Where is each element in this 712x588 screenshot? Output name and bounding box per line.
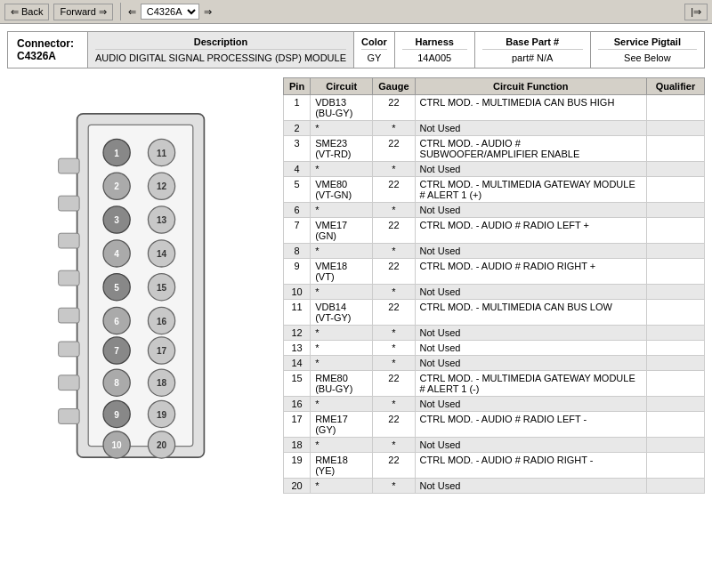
- circuit-cell: *: [311, 121, 373, 136]
- circuit-cell: *: [311, 356, 373, 371]
- svg-text:5: 5: [114, 283, 119, 293]
- svg-text:15: 15: [157, 283, 167, 293]
- forward-button[interactable]: Forward ⇒: [53, 4, 112, 20]
- nav-arrow-right-icon: ⇒: [204, 6, 212, 18]
- main-content: Connector: C4326A Description AUDIO DIGI…: [0, 24, 712, 501]
- pin-cell: 17: [284, 412, 311, 438]
- function-cell: CTRL MOD. - MULTIMEDIA CAN BUS LOW: [415, 300, 646, 326]
- function-cell: CTRL MOD. - MULTIMEDIA GATEWAY MODULE # …: [415, 177, 646, 203]
- svg-text:19: 19: [157, 410, 167, 420]
- qualifier-cell: [646, 438, 704, 453]
- svg-rect-9: [59, 409, 80, 424]
- table-row: 4**Not Used: [284, 162, 705, 177]
- pin-cell: 12: [284, 326, 311, 341]
- pin-cell: 19: [284, 453, 311, 479]
- connector-select[interactable]: C4326A: [141, 4, 199, 20]
- table-row: 18**Not Used: [284, 438, 705, 453]
- function-cell: CTRL MOD. - AUDIO # SUBWOOFER/AMPLIFIER …: [415, 136, 646, 162]
- svg-text:13: 13: [157, 215, 167, 225]
- toolbar: ⇐ Back Forward ⇒ ⇐ C4326A ⇒ |⇒: [0, 0, 712, 24]
- svg-text:7: 7: [114, 346, 119, 356]
- pin-cell: 2: [284, 121, 311, 136]
- table-row: 20**Not Used: [284, 479, 705, 494]
- pin-cell: 18: [284, 438, 311, 453]
- connector-cell: Connector: C4326A: [8, 32, 88, 68]
- gauge-cell: *: [373, 121, 415, 136]
- qualifier-cell: [646, 95, 704, 121]
- svg-rect-4: [59, 233, 80, 248]
- description-cell: Description AUDIO DIGITAL SIGNAL PROCESS…: [88, 32, 354, 68]
- table-row: 19RME18 (YE)22CTRL MOD. - AUDIO # RADIO …: [284, 453, 705, 479]
- qualifier-cell: [646, 479, 704, 494]
- connector-svg: 1 11 2 12 3 13 4: [20, 99, 261, 472]
- svg-text:2: 2: [114, 181, 119, 191]
- gauge-cell: *: [373, 397, 415, 412]
- function-cell: CTRL MOD. - AUDIO # RADIO LEFT +: [415, 218, 646, 244]
- toolbar-divider: [120, 3, 121, 20]
- svg-text:18: 18: [157, 378, 167, 388]
- table-row: 10**Not Used: [284, 285, 705, 300]
- service-pigtail-value: See Below: [598, 52, 697, 63]
- gauge-cell: *: [373, 203, 415, 218]
- pin-cell: 13: [284, 341, 311, 356]
- pin-cell: 9: [284, 259, 311, 285]
- service-pigtail-header: Service Pigtail: [598, 36, 697, 50]
- col-header-function: Circuit Function: [415, 78, 646, 95]
- function-cell: Not Used: [415, 356, 646, 371]
- table-row: 3SME23 (VT-RD)22CTRL MOD. - AUDIO # SUBW…: [284, 136, 705, 162]
- function-cell: Not Used: [415, 121, 646, 136]
- back-arrow-icon: ⇐: [11, 6, 19, 18]
- table-row: 17RME17 (GY)22CTRL MOD. - AUDIO # RADIO …: [284, 412, 705, 438]
- svg-text:1: 1: [114, 149, 119, 158]
- qualifier-cell: [646, 453, 704, 479]
- table-row: 14**Not Used: [284, 356, 705, 371]
- circuit-cell: VDB13 (BU-GY): [311, 95, 373, 121]
- circuit-cell: RME18 (YE): [311, 453, 373, 479]
- svg-rect-2: [59, 158, 80, 173]
- pin-cell: 7: [284, 218, 311, 244]
- harness-value: 14A005: [402, 52, 467, 63]
- function-cell: CTRL MOD. - MULTIMEDIA GATEWAY MODULE # …: [415, 371, 646, 397]
- svg-text:20: 20: [157, 440, 167, 450]
- pin-cell: 10: [284, 285, 311, 300]
- circuit-cell: VME17 (GN): [311, 218, 373, 244]
- function-cell: Not Used: [415, 438, 646, 453]
- function-cell: Not Used: [415, 479, 646, 494]
- qualifier-cell: [646, 259, 704, 285]
- col-header-pin: Pin: [284, 78, 311, 95]
- connector-id: C4326A: [17, 50, 78, 62]
- pin-cell: 1: [284, 95, 311, 121]
- qualifier-cell: [646, 121, 704, 136]
- gauge-cell: *: [373, 479, 415, 494]
- back-button[interactable]: ⇐ Back: [4, 4, 49, 20]
- svg-text:12: 12: [157, 181, 167, 191]
- svg-text:10: 10: [112, 440, 123, 450]
- gauge-cell: *: [373, 244, 415, 259]
- qualifier-cell: [646, 136, 704, 162]
- pin-cell: 3: [284, 136, 311, 162]
- pin-cell: 14: [284, 356, 311, 371]
- function-cell: Not Used: [415, 162, 646, 177]
- circuit-cell: RME80 (BU-GY): [311, 371, 373, 397]
- table-row: 13**Not Used: [284, 341, 705, 356]
- color-value: GY: [361, 52, 387, 63]
- svg-text:16: 16: [157, 317, 167, 326]
- connector-diagram: 1 11 2 12 3 13 4: [7, 77, 274, 494]
- right-nav-button[interactable]: |⇒: [684, 4, 708, 20]
- function-cell: CTRL MOD. - AUDIO # RADIO RIGHT +: [415, 259, 646, 285]
- pin-table: Pin Circuit Gauge Circuit Function Quali…: [283, 77, 705, 494]
- pin-cell: 6: [284, 203, 311, 218]
- service-pigtail-cell: Service Pigtail See Below: [591, 32, 704, 68]
- table-row: 16**Not Used: [284, 397, 705, 412]
- svg-text:8: 8: [114, 378, 119, 388]
- gauge-cell: 22: [373, 412, 415, 438]
- forward-arrow-icon: ⇒: [99, 6, 107, 18]
- function-cell: CTRL MOD. - AUDIO # RADIO RIGHT -: [415, 453, 646, 479]
- body-section: 1 11 2 12 3 13 4: [7, 77, 705, 494]
- pin-cell: 11: [284, 300, 311, 326]
- base-part-header: Base Part #: [482, 36, 583, 50]
- svg-text:6: 6: [114, 317, 119, 326]
- col-header-gauge: Gauge: [373, 78, 415, 95]
- qualifier-cell: [646, 356, 704, 371]
- table-row: 8**Not Used: [284, 244, 705, 259]
